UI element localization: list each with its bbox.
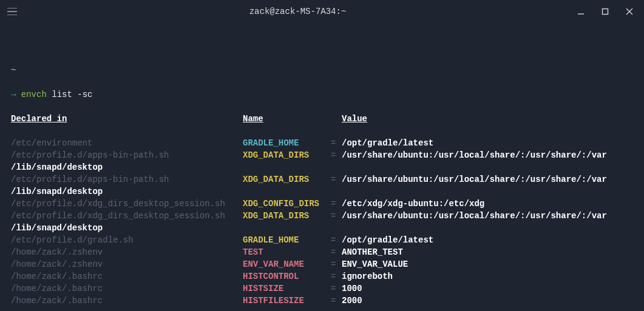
var-name-cell: GRADLE_HOME xyxy=(243,234,331,246)
table-row: /home/zack/.bashrcHISTCONTROL=ignoreboth xyxy=(11,270,633,283)
value-continuation: /lib/snapd/desktop xyxy=(11,161,633,173)
close-button[interactable] xyxy=(625,7,634,16)
var-name-cell: XDG_DATA_DIRS xyxy=(243,149,331,161)
equals-cell: = xyxy=(331,295,342,307)
var-name-cell: HISTCONTROL xyxy=(243,270,331,283)
equals-cell: = xyxy=(331,270,342,283)
var-value-cell: 2000 xyxy=(342,295,633,307)
equals-cell: = xyxy=(331,149,342,161)
table-row: /etc/profile.d/apps-bin-path.shXDG_DATA_… xyxy=(11,173,633,186)
table-row: /etc/profile.d/gradle.shGRADLE_HOME=/opt… xyxy=(11,234,633,246)
declared-in-cell: /etc/profile.d/gradle.sh xyxy=(11,234,243,246)
declared-in-cell: /etc/profile.d/apps-bin-path.sh xyxy=(11,149,243,161)
equals-cell: = xyxy=(331,246,342,258)
var-name-cell: TEST xyxy=(243,246,331,258)
window-title: zack@zack-MS-7A34:~ xyxy=(19,7,576,16)
declared-in-cell: /etc/profile.d/apps-bin-path.sh xyxy=(11,173,243,186)
declared-in-cell: /home/zack/.bashrc xyxy=(11,283,243,295)
terminal-content[interactable]: ~ → envch list -sc Declared in Name Valu… xyxy=(0,23,644,311)
declared-in-cell: /etc/profile.d/xdg_dirs_desktop_session.… xyxy=(11,198,243,210)
var-name-cell: HISTSIZE xyxy=(243,283,331,295)
titlebar: zack@zack-MS-7A34:~ xyxy=(0,0,644,23)
var-name-cell: HISTFILESIZE xyxy=(243,295,331,307)
var-value-cell: /opt/gradle/latest xyxy=(342,137,633,149)
prompt-arrow: → xyxy=(11,90,16,99)
maximize-button[interactable] xyxy=(600,7,610,16)
command-args: list -sc xyxy=(52,90,92,99)
header-declared: Declared in xyxy=(11,114,67,124)
declared-in-cell: /etc/profile.d/xdg_dirs_desktop_session.… xyxy=(11,210,243,222)
cwd: ~ xyxy=(11,65,16,75)
var-value-cell: /usr/share/ubuntu:/usr/local/share/:/usr… xyxy=(342,173,633,186)
declared-in-cell: /home/zack/.zshenv xyxy=(11,246,243,258)
var-value-cell: 1000 xyxy=(342,283,633,295)
table-row: /etc/profile.d/xdg_dirs_desktop_session.… xyxy=(11,210,633,222)
value-continuation: /lib/snapd/desktop xyxy=(11,222,633,234)
header-name: Name xyxy=(243,114,263,124)
var-value-cell: /usr/share/ubuntu:/usr/local/share/:/usr… xyxy=(342,210,633,222)
table-row: /etc/profile.d/xdg_dirs_desktop_session.… xyxy=(11,198,633,210)
table-row: /etc/environmentGRADLE_HOME=/opt/gradle/… xyxy=(11,137,633,149)
var-name-cell: XDG_DATA_DIRS xyxy=(243,173,331,186)
table-row: /home/zack/.zshenvENV_VAR_NAME=ENV_VAR_V… xyxy=(11,258,633,270)
var-name-cell: XDG_CONFIG_DIRS xyxy=(243,198,331,210)
var-value-cell: ANOTHER_TEST xyxy=(342,246,633,258)
var-value-cell: /opt/gradle/latest xyxy=(342,234,633,246)
header-value: Value xyxy=(342,114,367,124)
declared-in-cell: /home/zack/.bashrc xyxy=(11,270,243,283)
var-name-cell: ENV_VAR_NAME xyxy=(243,258,331,270)
var-name-cell: XDG_DATA_DIRS xyxy=(243,210,331,222)
equals-cell: = xyxy=(331,234,342,246)
equals-cell: = xyxy=(331,258,342,270)
table-row: /home/zack/.zshenvTEST=ANOTHER_TEST xyxy=(11,246,633,258)
var-value-cell: ENV_VAR_VALUE xyxy=(342,258,633,270)
svg-rect-1 xyxy=(603,9,608,15)
declared-in-cell: /home/zack/.bashrc xyxy=(11,295,243,307)
equals-cell: = xyxy=(331,173,342,186)
equals-cell: = xyxy=(331,283,342,295)
declared-in-cell: /etc/environment xyxy=(11,137,243,149)
minimize-button[interactable] xyxy=(576,7,586,16)
equals-cell: = xyxy=(331,210,342,222)
equals-cell: = xyxy=(331,198,342,210)
var-name-cell: GRADLE_HOME xyxy=(243,137,331,149)
declared-in-cell: /home/zack/.zshenv xyxy=(11,258,243,270)
var-value-cell: ignoreboth xyxy=(342,270,633,283)
equals-cell: = xyxy=(331,137,342,149)
table-row: /home/zack/.bashrcHISTSIZE=1000 xyxy=(11,283,633,295)
var-value-cell: /usr/share/ubuntu:/usr/local/share/:/usr… xyxy=(342,149,633,161)
command: envch xyxy=(21,90,47,99)
hamburger-menu-icon[interactable] xyxy=(5,4,19,19)
table-row: /home/zack/.bashrcHISTFILESIZE=2000 xyxy=(11,295,633,307)
var-value-cell: /etc/xdg/xdg-ubuntu:/etc/xdg xyxy=(342,198,633,210)
value-continuation: /lib/snapd/desktop xyxy=(11,186,633,198)
table-row: /etc/profile.d/apps-bin-path.shXDG_DATA_… xyxy=(11,149,633,161)
